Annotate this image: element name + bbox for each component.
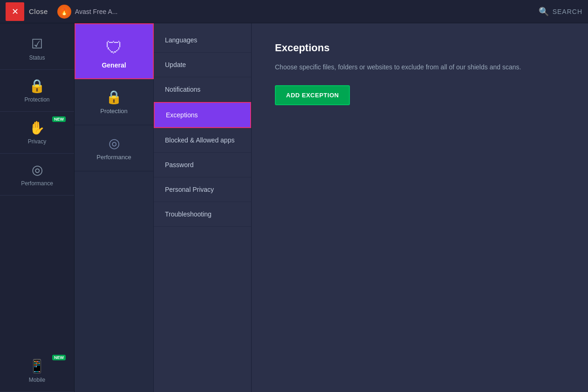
mobile-new-badge: NEW: [52, 355, 66, 360]
performance-card[interactable]: ◎ Performance: [75, 125, 154, 171]
sidebar-item-mobile-label: Mobile: [29, 377, 45, 383]
submenu-item-troubleshooting[interactable]: Troubleshooting: [154, 202, 251, 227]
submenu-item-notifications[interactable]: Notifications: [154, 77, 251, 102]
page-title: Exceptions: [275, 42, 565, 54]
search-area[interactable]: 🔍 SEARCH: [539, 7, 582, 17]
search-label: SEARCH: [553, 8, 582, 15]
content-description: Choose specific files, folders or websit…: [275, 62, 565, 72]
app-title: Avast Free A...: [75, 8, 118, 15]
sidebar: ☑ Status 🔒 Protection NEW ✋ Privacy ◎ Pe…: [0, 23, 75, 392]
close-label: Close: [29, 7, 48, 15]
topbar: ✕ Close 🔥 Avast Free A... 🔍 SEARCH: [0, 0, 588, 23]
sidebar-item-mobile[interactable]: NEW 📱 Mobile: [0, 350, 74, 392]
add-exception-button[interactable]: ADD EXCEPTION: [275, 85, 350, 105]
general-card[interactable]: 🛡 General: [75, 23, 154, 79]
submenu-item-personal-privacy[interactable]: Personal Privacy: [154, 177, 251, 202]
close-button[interactable]: ✕: [6, 2, 24, 21]
sidebar-bottom: NEW 📱 Mobile: [0, 350, 74, 392]
app-logo: 🔥 Avast Free A...: [57, 5, 118, 19]
performance-card-icon: ◎: [109, 135, 120, 151]
general-label: General: [102, 61, 126, 69]
sidebar-item-privacy-label: Privacy: [28, 138, 46, 145]
sidebar-item-status[interactable]: ☑ Status: [0, 28, 74, 70]
mid-panel: 🛡 General 🔒 Protection ◎ Performance: [75, 23, 154, 392]
submenu-item-update[interactable]: Update: [154, 53, 251, 77]
app-logo-icon: 🔥: [57, 5, 71, 19]
protection-icon: 🔒: [29, 78, 45, 94]
search-icon: 🔍: [539, 7, 549, 17]
general-icon: 🛡: [106, 38, 123, 58]
sidebar-item-performance[interactable]: ◎ Performance: [0, 154, 74, 196]
main-container: ☑ Status 🔒 Protection NEW ✋ Privacy ◎ Pe…: [0, 23, 588, 392]
sidebar-item-privacy[interactable]: NEW ✋ Privacy: [0, 112, 74, 154]
protection-card[interactable]: 🔒 Protection: [75, 79, 154, 125]
performance-card-label: Performance: [96, 154, 131, 161]
performance-icon: ◎: [32, 162, 43, 177]
submenu-panel: Languages Update Notifications Exception…: [154, 23, 252, 392]
submenu-item-exceptions[interactable]: Exceptions: [154, 102, 251, 128]
status-icon: ☑: [31, 36, 43, 52]
sidebar-item-status-label: Status: [29, 54, 45, 61]
submenu-item-blocked-allowed[interactable]: Blocked & Allowed apps: [154, 128, 251, 153]
content-area: Exceptions Choose specific files, folder…: [252, 23, 588, 392]
protection-card-label: Protection: [100, 108, 128, 115]
privacy-new-badge: NEW: [52, 116, 66, 122]
protection-card-icon: 🔒: [106, 89, 122, 105]
submenu-item-password[interactable]: Password: [154, 153, 251, 177]
submenu-item-languages[interactable]: Languages: [154, 28, 251, 53]
sidebar-item-protection-label: Protection: [24, 96, 49, 103]
mobile-icon: 📱: [29, 358, 45, 374]
privacy-icon: ✋: [29, 120, 45, 135]
sidebar-item-protection[interactable]: 🔒 Protection: [0, 70, 74, 112]
sidebar-item-performance-label: Performance: [21, 180, 53, 187]
